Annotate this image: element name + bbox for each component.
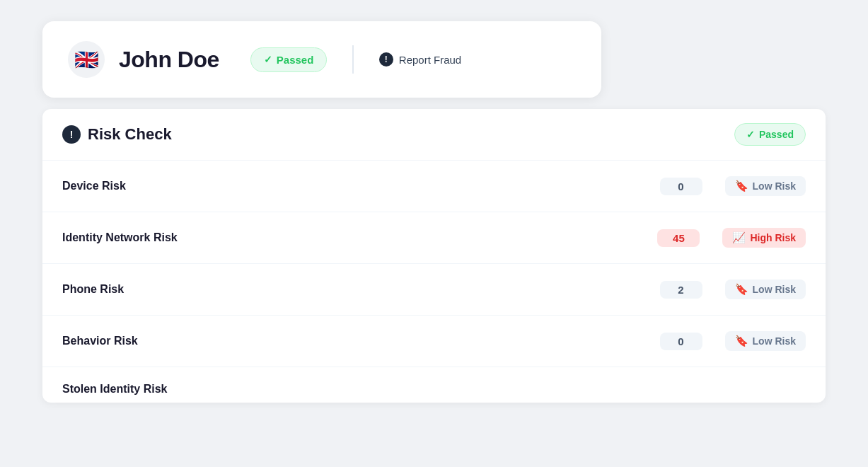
- risk-level-badge: 🔖 Low Risk: [725, 331, 806, 351]
- risk-label: Device Risk: [62, 180, 660, 192]
- vertical-divider: [352, 45, 354, 74]
- table-row: Behavior Risk 0 🔖 Low Risk: [42, 316, 826, 367]
- check-icon-sm: ✓: [746, 129, 755, 140]
- risk-label: Phone Risk: [62, 283, 660, 296]
- flag-avatar: 🇬🇧: [68, 41, 105, 78]
- profile-card: 🇬🇧 John Doe ✓ Passed ! Report Fraud: [42, 21, 601, 98]
- alert-icon: !: [62, 125, 81, 144]
- risk-check-panel: ! Risk Check ✓ Passed Device Risk 0 🔖 Lo…: [42, 109, 826, 403]
- risk-check-title-text: Risk Check: [88, 125, 172, 144]
- risk-level-text: Low Risk: [753, 335, 796, 347]
- risk-label: Behavior Risk: [62, 335, 660, 347]
- table-row: Device Risk 0 🔖 Low Risk: [42, 161, 826, 212]
- risk-label: Stolen Identity Risk: [62, 383, 806, 396]
- table-row-partial: Stolen Identity Risk: [42, 367, 826, 403]
- risk-level-text: Low Risk: [753, 180, 796, 192]
- table-row: Identity Network Risk 45 📈 High Risk: [42, 212, 826, 264]
- risk-check-passed-label: Passed: [759, 129, 794, 140]
- report-fraud-button[interactable]: ! Report Fraud: [379, 52, 461, 67]
- risk-level-badge: 🔖 Low Risk: [725, 279, 806, 299]
- risk-check-passed-badge: ✓ Passed: [734, 123, 806, 146]
- risk-level-text: High Risk: [750, 232, 796, 243]
- report-fraud-label: Report Fraud: [399, 54, 461, 66]
- low-risk-icon: 🔖: [735, 180, 748, 192]
- risk-level-text: Low Risk: [753, 284, 796, 295]
- profile-name: John Doe: [119, 47, 219, 73]
- info-icon: !: [379, 52, 393, 67]
- risk-check-title: ! Risk Check: [62, 125, 172, 144]
- risk-score: 2: [660, 281, 702, 299]
- flag-emoji: 🇬🇧: [74, 48, 99, 71]
- risk-check-header: ! Risk Check ✓ Passed: [42, 109, 826, 161]
- passed-label: Passed: [277, 54, 314, 66]
- risk-label: Identity Network Risk: [62, 231, 657, 244]
- risk-level-badge: 🔖 Low Risk: [725, 176, 806, 196]
- passed-badge: ✓ Passed: [250, 47, 328, 72]
- table-row: Phone Risk 2 🔖 Low Risk: [42, 264, 826, 316]
- risk-score: 45: [657, 229, 700, 247]
- low-risk-icon: 🔖: [735, 335, 748, 347]
- check-icon: ✓: [264, 54, 272, 65]
- high-risk-icon: 📈: [732, 231, 746, 244]
- risk-score: 0: [660, 333, 702, 350]
- low-risk-icon: 🔖: [735, 283, 748, 296]
- risk-level-badge: 📈 High Risk: [722, 228, 806, 248]
- risk-score: 0: [660, 178, 702, 195]
